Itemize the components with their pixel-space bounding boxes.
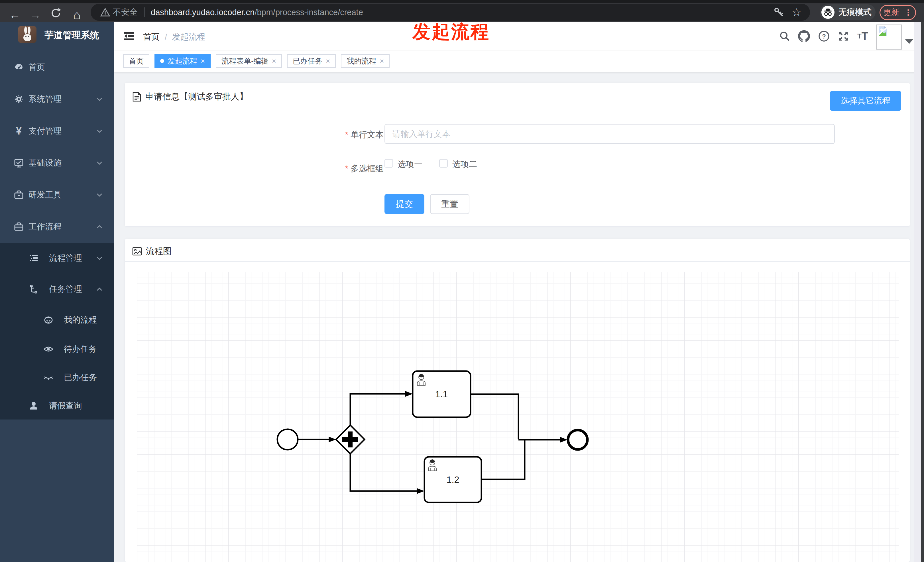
button-label: 提交	[396, 198, 413, 210]
flow-node-icon	[27, 283, 40, 295]
checkbox-option-2[interactable]	[439, 159, 448, 168]
tab-home[interactable]: 首页	[123, 54, 149, 68]
close-icon[interactable]: ×	[201, 57, 205, 66]
flow-diagram-card: 流程图	[124, 239, 910, 562]
user-task-node-1-2[interactable]: 1.2	[424, 457, 482, 502]
tab-form-edit[interactable]: 流程表单-编辑 ×	[216, 54, 282, 68]
app-title: 芋道管理系统	[45, 29, 99, 42]
button-label: 选择其它流程	[841, 95, 890, 106]
required-mark: *	[345, 164, 348, 173]
tab-my-process[interactable]: 我的流程 ×	[341, 54, 390, 68]
update-menu-button[interactable]: 更新 ⋮	[879, 5, 916, 20]
sidebar-logo-row[interactable]: 芋道管理系统	[0, 22, 114, 49]
checkbox-label[interactable]: 选项一	[398, 159, 422, 170]
chevron-up-icon	[95, 285, 104, 294]
sidebar-item-label: 基础设施	[28, 157, 62, 169]
checkbox-option-1[interactable]	[384, 159, 393, 168]
checkbox-label[interactable]: 选项二	[452, 159, 477, 170]
sidebar-item-system[interactable]: 系统管理	[0, 83, 114, 115]
divider	[144, 7, 144, 17]
apply-info-card: 申请信息【测试多审批人】 选择其它流程 *单行文本 *多选框组 选项一 选项二 …	[124, 82, 910, 226]
start-event-node[interactable]	[278, 429, 298, 450]
tree-list-icon	[27, 252, 40, 264]
page-scrollbar[interactable]	[914, 22, 921, 562]
close-icon[interactable]: ×	[272, 57, 276, 66]
sidebar-item-infra[interactable]: 基础设施	[0, 147, 114, 179]
breadcrumb-separator: /	[165, 33, 167, 42]
breadcrumb-current: 发起流程	[172, 31, 205, 43]
font-size-icon[interactable]: TT	[856, 30, 869, 43]
password-key-icon[interactable]	[774, 7, 784, 18]
submit-button[interactable]: 提交	[384, 194, 424, 214]
search-icon[interactable]	[778, 30, 791, 43]
chevron-down-icon	[95, 127, 104, 135]
github-icon[interactable]	[798, 30, 811, 43]
window-right-edge	[921, 22, 924, 562]
sidebar-item-label: 首页	[28, 61, 45, 73]
tab-label: 流程表单-编辑	[222, 56, 268, 66]
parallel-gateway-node[interactable]	[336, 425, 364, 454]
home-icon[interactable]: ⌂	[69, 7, 85, 23]
field-label-text: *单行文本	[292, 129, 384, 141]
help-icon[interactable]: ?	[818, 30, 831, 43]
sidebar-item-label: 系统管理	[28, 93, 62, 105]
browser-menu-dots-icon: ⋮	[904, 8, 913, 17]
fullscreen-icon[interactable]	[837, 30, 850, 43]
svg-text:?: ?	[822, 33, 826, 40]
security-chip[interactable]: 不安全	[91, 6, 138, 18]
bpmn-canvas[interactable]: 1.1 1.2	[137, 272, 898, 562]
close-icon[interactable]: ×	[380, 57, 384, 66]
yen-icon: ¥	[12, 125, 25, 137]
card-header: 流程图	[125, 239, 910, 262]
end-event-node[interactable]	[568, 430, 587, 450]
sidebar-item-todo-tasks[interactable]: 待办任务	[0, 335, 114, 363]
user-task-node-1-1[interactable]: 1.1	[413, 371, 471, 417]
sidebar-item-label: 任务管理	[49, 283, 82, 295]
gear-icon	[12, 93, 25, 105]
avatar-dropdown-caret-icon[interactable]	[905, 39, 913, 44]
sidebar-item-workflow[interactable]: 工作流程	[0, 211, 114, 243]
window-frame	[0, 0, 924, 3]
sidebar-item-label: 我的流程	[64, 314, 97, 326]
reload-icon[interactable]	[48, 7, 64, 23]
select-other-process-button[interactable]: 选择其它流程	[830, 91, 901, 111]
sidebar-item-process-mgmt[interactable]: 流程管理	[0, 243, 114, 274]
tab-done-tasks[interactable]: 已办任务 ×	[287, 54, 336, 68]
sidebar-item-label: 研发工具	[28, 189, 62, 201]
breadcrumb-home[interactable]: 首页	[143, 31, 160, 43]
chevron-down-icon	[95, 191, 104, 199]
incognito-icon	[821, 6, 834, 19]
active-dot-icon	[160, 59, 164, 63]
monitor-icon	[12, 157, 25, 169]
sidebar-item-devtools[interactable]: 研发工具	[0, 179, 114, 211]
sidebar-item-leave-query[interactable]: 请假查询	[0, 392, 114, 420]
briefcase-icon	[12, 220, 25, 233]
sidebar-item-home[interactable]: 首页	[0, 51, 114, 83]
sidebar-item-payment[interactable]: ¥ 支付管理	[0, 115, 114, 147]
close-icon[interactable]: ×	[326, 57, 330, 66]
url-bar[interactable]: 不安全 dashboard.yudao.iocoder.cn/bpm/proce…	[91, 4, 810, 21]
eye-open-icon	[42, 343, 55, 355]
avatar[interactable]	[876, 24, 902, 49]
sidebar-item-my-process[interactable]: 我的流程	[0, 305, 114, 335]
toolbox-icon	[12, 189, 25, 201]
sidebar-item-done-tasks[interactable]: 已办任务	[0, 363, 114, 392]
single-line-text-input[interactable]	[384, 124, 835, 144]
task-label: 1.2	[447, 475, 459, 485]
broken-image-icon	[878, 26, 888, 36]
sidebar-item-label: 待办任务	[64, 343, 97, 355]
forward-icon[interactable]: →	[27, 7, 44, 23]
sidebar-item-label: 支付管理	[28, 125, 62, 137]
breadcrumb: 首页 / 发起流程	[143, 31, 205, 43]
back-icon[interactable]: ←	[7, 7, 23, 23]
chevron-down-icon	[95, 159, 104, 167]
tab-label: 发起流程	[168, 56, 197, 66]
sidebar-collapse-icon[interactable]	[123, 30, 135, 42]
tab-create-process[interactable]: 发起流程 ×	[154, 54, 211, 68]
sidebar-item-task-mgmt[interactable]: 任务管理	[0, 274, 114, 305]
reset-button[interactable]: 重置	[430, 194, 470, 214]
user-icon	[27, 400, 40, 412]
incognito-label: 无痕模式	[838, 6, 872, 18]
annotation-title: 发起流程	[412, 19, 584, 44]
bookmark-star-icon[interactable]: ☆	[792, 7, 801, 18]
